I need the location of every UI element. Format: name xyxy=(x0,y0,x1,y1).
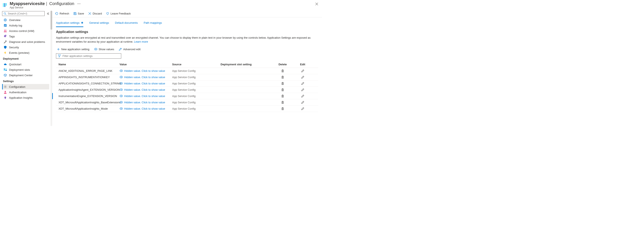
advanced-edit-button[interactable]: Advanced edit xyxy=(119,48,140,51)
search-icon xyxy=(4,12,6,15)
feedback-button[interactable]: Leave Feedback xyxy=(106,12,131,15)
save-button[interactable]: Save xyxy=(74,12,84,15)
trash-icon xyxy=(281,69,284,72)
sidebar-item-deployment-slots[interactable]: Deployment slots xyxy=(2,67,49,72)
plus-icon xyxy=(57,48,60,51)
heart-icon xyxy=(106,12,109,15)
delete-button[interactable] xyxy=(271,88,294,91)
sidebar-item-tags[interactable]: Tags xyxy=(2,34,49,39)
eye-icon xyxy=(120,107,123,110)
hidden-value-button[interactable]: Hidden value. Click to show value xyxy=(120,88,172,91)
delete-button[interactable] xyxy=(271,101,294,104)
delete-button[interactable] xyxy=(271,82,294,85)
eye-icon xyxy=(120,95,123,97)
search-input[interactable] xyxy=(8,12,43,15)
pencil-icon xyxy=(301,69,304,72)
svg-rect-20 xyxy=(5,98,6,99)
svg-rect-7 xyxy=(4,25,6,25)
table-row[interactable]: ANCM_ADDITIONAL_ERROR_PAGE_LINK Hidden v… xyxy=(56,68,318,74)
table-row[interactable]: APPINSIGHTS_INSTRUMENTATIONKEY Hidden va… xyxy=(56,74,318,80)
edit-button[interactable] xyxy=(294,69,311,72)
filter-input[interactable] xyxy=(62,54,119,58)
col-name: Name xyxy=(58,63,120,66)
collapse-sidebar-icon[interactable] xyxy=(47,12,49,15)
tab-default-documents[interactable]: Default documents xyxy=(115,20,138,27)
hidden-value-button[interactable]: Hidden value. Click to show value xyxy=(120,95,172,98)
more-icon[interactable]: ⋯ xyxy=(77,2,80,6)
svg-point-17 xyxy=(5,86,6,87)
tab-general-settings[interactable]: General settings xyxy=(89,20,109,27)
tab-path-mappings[interactable]: Path mappings xyxy=(144,20,162,27)
sidebar-item-overview[interactable]: Overview xyxy=(2,17,49,23)
hidden-value-button[interactable]: Hidden value. Click to show value xyxy=(120,107,172,110)
learn-more-link[interactable]: Learn more xyxy=(134,40,148,43)
section-title: Application settings xyxy=(52,27,322,35)
table-row[interactable]: InstrumentationEngine_EXTENSION_VERSION … xyxy=(56,93,318,99)
sidebar-item-events-preview-[interactable]: Events (preview) xyxy=(2,50,49,55)
slots-icon xyxy=(4,68,7,71)
hidden-value-button[interactable]: Hidden value. Click to show value xyxy=(120,69,172,72)
svg-rect-8 xyxy=(4,25,6,26)
svg-point-10 xyxy=(4,30,5,31)
delete-button[interactable] xyxy=(271,76,294,79)
log-icon xyxy=(4,24,7,27)
edit-button[interactable] xyxy=(294,82,311,85)
show-values-button[interactable]: Show values xyxy=(94,48,114,51)
hidden-value-button[interactable]: Hidden value. Click to show value xyxy=(120,101,172,104)
new-setting-button[interactable]: New application setting xyxy=(57,48,90,51)
close-icon[interactable] xyxy=(314,1,320,7)
eye-icon xyxy=(120,70,123,72)
box-icon xyxy=(4,74,7,77)
trash-icon xyxy=(281,107,284,110)
delete-button[interactable] xyxy=(271,107,294,110)
nav-section-settings: Settings xyxy=(2,78,49,84)
sidebar-item-label: Quickstart xyxy=(9,63,22,66)
sidebar-item-configuration[interactable]: Configuration xyxy=(2,84,49,90)
sidebar-item-access-control-iam-[interactable]: Access control (IAM) xyxy=(2,28,49,34)
filter-settings[interactable] xyxy=(56,53,121,59)
edit-button[interactable] xyxy=(294,88,311,91)
sidebar-item-application-insights[interactable]: Application Insights xyxy=(2,95,49,100)
svg-point-22 xyxy=(121,70,122,71)
sidebar-item-activity-log[interactable]: Activity log xyxy=(2,23,49,28)
pencil-icon xyxy=(301,82,304,85)
table-row[interactable]: XDT_MicrosoftApplicationInsights_Mode Hi… xyxy=(56,106,318,112)
svg-point-24 xyxy=(121,83,122,84)
sidebar-scrollbar[interactable] xyxy=(50,11,52,126)
table-row[interactable]: ApplicationInsightsAgent_EXTENSION_VERSI… xyxy=(56,87,318,93)
sidebar-item-security[interactable]: Security xyxy=(2,44,49,50)
appservice-icon xyxy=(2,2,8,8)
edit-button[interactable] xyxy=(294,76,311,79)
tab-application-settings[interactable]: Application settings ✱ xyxy=(56,20,83,27)
shield-icon xyxy=(4,46,7,49)
delete-button[interactable] xyxy=(271,69,294,72)
table-row[interactable]: XDT_MicrosoftApplicationInsights_BaseExt… xyxy=(56,99,318,106)
sidebar-item-quickstart[interactable]: Quickstart xyxy=(2,62,49,67)
svg-point-12 xyxy=(6,35,6,36)
globe-icon xyxy=(4,18,7,22)
pencil-icon xyxy=(119,48,122,51)
sidebar-item-label: Configuration xyxy=(9,85,25,88)
setting-name: InstrumentationEngine_EXTENSION_VERSION xyxy=(58,95,120,98)
edit-button[interactable] xyxy=(294,101,311,104)
discard-button[interactable]: Discard xyxy=(88,12,102,15)
sidebar-item-label: Authentication xyxy=(9,91,26,94)
edit-button[interactable] xyxy=(294,95,311,98)
sidebar-item-label: Application Insights xyxy=(9,96,32,99)
people-icon xyxy=(4,29,7,32)
edit-button[interactable] xyxy=(294,107,311,110)
table-row[interactable]: APPLICATIONINSIGHTS_CONNECTION_STRING Hi… xyxy=(56,80,318,87)
sidebar-item-diagnose-and-solve-problems[interactable]: Diagnose and solve problems xyxy=(2,39,49,44)
sidebar-item-deployment-center[interactable]: Deployment Center xyxy=(2,72,49,78)
svg-point-23 xyxy=(121,77,122,78)
hidden-value-button[interactable]: Hidden value. Click to show value xyxy=(120,76,172,79)
svg-line-4 xyxy=(6,14,6,15)
sidebar-item-authentication[interactable]: Authentication xyxy=(2,90,49,95)
sidebar-search[interactable] xyxy=(2,11,44,16)
delete-button[interactable] xyxy=(271,95,294,98)
refresh-button[interactable]: Refresh xyxy=(55,12,69,15)
svg-rect-1 xyxy=(4,3,5,7)
hidden-value-button[interactable]: Hidden value. Click to show value xyxy=(120,82,172,85)
svg-point-25 xyxy=(121,89,122,90)
col-slot: Deployment slot setting xyxy=(220,63,271,66)
